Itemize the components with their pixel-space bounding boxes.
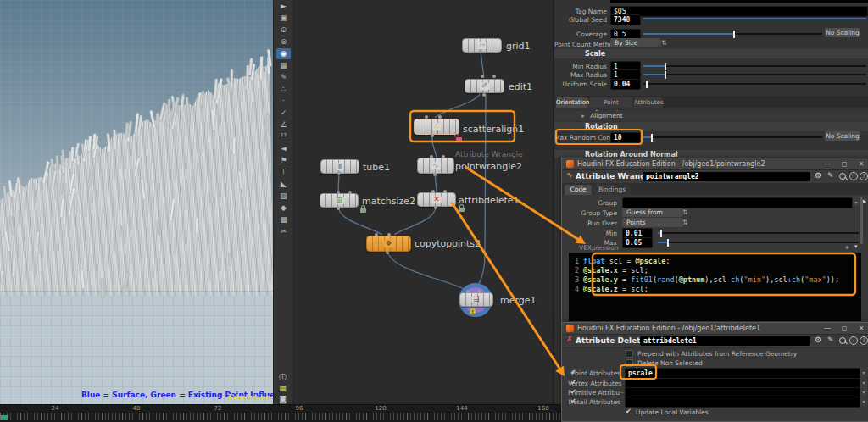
snippet-menu-icon[interactable]: ▾ [854,242,858,252]
tab-bindings[interactable]: Bindings [593,185,631,195]
attr-menu-icon[interactable]: ▾ [860,397,867,406]
dropdown-arrows-icon[interactable]: ⇅ [682,219,688,226]
delete-non-selected-checkbox[interactable] [626,359,633,367]
help-icon[interactable]: ? [860,336,868,345]
max-field[interactable]: 0.05 [622,237,653,248]
select-tool-icon[interactable]: ► [276,1,291,12]
scale-section-header[interactable]: Scale [554,49,868,58]
global-seed-field[interactable]: 7348 [610,14,641,25]
help-icon[interactable]: ? [860,172,868,180]
pin-icon[interactable]: ⊙ [276,25,291,36]
input-port[interactable] [348,191,352,194]
max-radius-slider[interactable] [643,74,866,75]
group-dropdown-icon[interactable]: ▾ [852,197,860,207]
input-port[interactable] [375,233,378,236]
lock-icon[interactable]: ▣ [276,13,291,24]
grid-display-icon[interactable]: ▩ [276,214,291,225]
tsquare-icon[interactable]: ⊤ [276,167,291,178]
scene-viewport[interactable]: Blue = Surface, Green = Existing Point I… [0,0,273,404]
output-port[interactable] [482,93,486,97]
maximize-button[interactable]: ◻ [838,324,850,333]
gear-icon[interactable]: ⚙ [815,336,821,345]
node-scatteralign1[interactable]: ∴ [414,119,459,135]
input-port[interactable] [443,190,447,193]
angle-tool-icon[interactable]: ∠ [276,119,291,130]
node-name-field[interactable]: attribdelete1 [640,336,810,346]
output-port[interactable] [337,207,340,210]
input-port[interactable] [387,233,391,236]
minimize-button[interactable]: — [821,159,833,169]
tab-orientation[interactable]: Orientation [556,97,588,108]
max-slider[interactable] [658,242,859,243]
maximize-button[interactable]: ◻ [838,159,850,169]
alignment-collapsible[interactable]: ▸ Alignment [554,111,868,121]
input-port[interactable] [477,290,481,293]
info-icon[interactable]: i [849,336,858,345]
hatch-icon[interactable]: ▨ [276,191,291,202]
tab-point-generation[interactable]: Point Generation [589,97,633,108]
attr-menu-icon[interactable]: ▾ [860,387,867,397]
layout-grid-icon[interactable]: ▦ [275,383,290,393]
uniform-scale-slider[interactable] [643,83,866,85]
min-radius-slider[interactable] [643,65,866,67]
group-type-dropdown[interactable]: Guess from Group [622,208,683,217]
node-merge1[interactable]: ⇶ [459,292,493,307]
node-name-field[interactable]: pointwrangle2 [643,172,810,181]
input-port[interactable] [481,75,484,78]
input-port[interactable] [466,290,470,293]
tab-attributes[interactable]: Attributes [634,97,663,108]
min-slider[interactable] [658,232,859,234]
coverage-slider[interactable] [643,33,822,35]
node-attribdelete1[interactable]: ✕ [417,192,456,207]
node-edit1[interactable]: ✐ [465,79,504,93]
input-port[interactable] [431,190,435,193]
output-port[interactable] [434,206,437,209]
attr-menu-icon[interactable]: ▾ [860,378,867,387]
close-button[interactable]: ✕ [855,159,867,169]
output-port[interactable] [337,171,341,175]
camera-icon[interactable]: ◙ [275,394,290,404]
node-matchsize2[interactable]: ⊞ [320,193,359,208]
brush-icon[interactable]: ✎ [827,336,834,345]
cone-no-scaling-button[interactable]: No Scaling [825,131,860,141]
magnifier-icon[interactable] [839,337,846,344]
output-port[interactable] [479,49,482,53]
point-count-method-dropdown[interactable]: By Size [610,38,661,47]
output-port[interactable] [431,134,434,137]
highlight-tool-icon[interactable]: ◉ [276,48,291,59]
minimize-button[interactable]: — [821,324,833,333]
add-snippet-icon[interactable]: ＋ [843,242,850,252]
input-port[interactable] [337,191,340,194]
diamond-icon[interactable]: ◆ [276,203,291,214]
timeline-marker[interactable] [1,415,8,420]
flag-icon[interactable]: ⚑ [276,155,291,166]
input-port[interactable] [438,115,442,119]
point-display-icon[interactable]: · [276,96,291,107]
pin-light-icon[interactable]: ⊚ [276,36,291,47]
rotation-section-header[interactable]: Rotation [554,122,868,131]
vex-code-editor[interactable]: 1float scl = @pscale; 2@scale.x = scl; 3… [569,253,861,321]
snapshot-icon[interactable]: ▦ [276,60,291,71]
input-port[interactable] [430,155,433,158]
input-port[interactable] [492,75,496,78]
magnifier-icon[interactable] [839,173,846,180]
update-local-variables-check[interactable]: ✔ [626,408,632,415]
input-port[interactable] [442,155,445,158]
input-port[interactable] [425,115,428,119]
prepend-checkbox[interactable] [626,350,633,358]
point-number-icon[interactable]: ¹² [276,131,291,142]
brush-icon[interactable]: ✎ [827,171,834,180]
attr-menu-icon[interactable]: ▾ [860,368,867,377]
node-pointwrangle2[interactable]: ∿ [417,158,454,174]
cut-icon[interactable]: ✂ [276,226,291,237]
output-port[interactable] [433,173,437,176]
close-button[interactable]: ✕ [855,324,867,333]
info-icon[interactable]: i [849,172,858,180]
dropdown-arrows-icon[interactable]: ⇅ [682,208,688,216]
network-editor[interactable]: ▱ grid1 ✐ edit1 ∴ scatteralign1 ▮ tube1 … [292,0,553,405]
tab-code[interactable]: Code [565,185,592,195]
max-random-cone-field[interactable]: 10 [610,132,641,143]
global-seed-slider[interactable] [643,18,866,19]
tag-name-field[interactable]: $OS [610,6,868,17]
edit-tool-icon[interactable]: ✎ [276,72,291,83]
